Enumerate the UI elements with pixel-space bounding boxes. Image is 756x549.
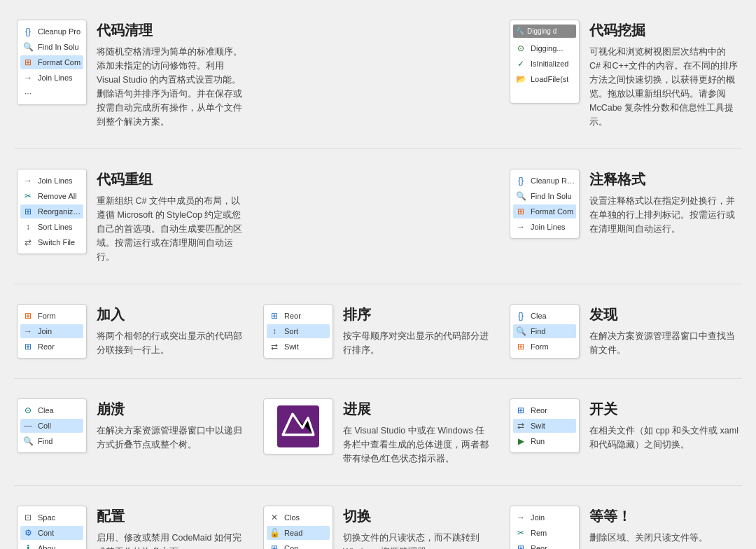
readonly-icon: 🔓 <box>268 527 281 539</box>
mining-title: 代码挖掘 <box>589 20 739 41</box>
icon-row-sort1: ⊞ Reor <box>267 309 330 323</box>
form2-icon: ⊞ <box>514 340 527 353</box>
com-label1: Cleanup Rec <box>531 175 575 187</box>
spac-icon: ⊡ <box>22 511 34 524</box>
icon-row-col1: ⊙ Clea <box>20 403 83 417</box>
find-content: 发现 在解决方案资源管理器窗口中查找当前文件。 <box>589 304 739 357</box>
icon-row-sw1: ⊞ Reor <box>513 403 576 417</box>
join-label2: Join <box>38 326 52 338</box>
clea-icon: {} <box>514 310 527 322</box>
join-label1: Form <box>38 310 56 322</box>
cleanup-label4: Join Lines <box>38 72 73 84</box>
loadfile-icon: 📂 <box>514 73 527 85</box>
reorganize-icon-box: → Join Lines ✂ Remove All ⊞ Reorganize R… <box>17 169 87 254</box>
find-icon-box: {} Clea 🔍 Find ⊞ Form <box>510 304 580 359</box>
find-icon: 🔍 <box>22 41 34 53</box>
icon-row-cfg3: ℹ Abou <box>20 541 83 549</box>
progress-desc: 在 Visual Studio 中或在 Windows 任务栏中查看生成的总体进… <box>343 424 493 466</box>
icon-row-etc3: ⊞ Reor <box>513 541 576 549</box>
cleanup-label2: Find In Solu <box>38 41 79 53</box>
icon-row-join3: ⊞ Reor <box>20 340 83 354</box>
feature-mining: 🔧 Digging d ⊙ Digging... ✓ IsInitialized… <box>507 14 742 134</box>
mining-icon-box: 🔧 Digging d ⊙ Digging... ✓ IsInitialized… <box>510 20 580 104</box>
comments-icon-box: {} Cleanup Rec 🔍 Find In Solu ⊞ Format C… <box>510 169 580 239</box>
find3-icon: 🔍 <box>22 435 34 447</box>
feature-progress: 进展 在 Visual Studio 中或在 Windows 任务栏中查看生成的… <box>260 393 496 471</box>
find-title: 发现 <box>589 304 739 325</box>
etc-label3: Reor <box>531 543 547 549</box>
icon-row-col2: — Coll <box>20 419 83 433</box>
mining-header-label: Digging d <box>527 26 556 36</box>
vs-icon <box>277 405 319 447</box>
feature-collapse: ⊙ Clea — Coll 🔍 Find 崩溃 在解决方案资源管理器窗口中以递归… <box>14 393 249 471</box>
icon-row-cfg1: ⊡ Spac <box>20 510 83 524</box>
reor4-icon: ⊞ <box>514 542 527 549</box>
progress-content: 进展 在 Visual Studio 中或在 Windows 任务栏中查看生成的… <box>343 398 493 466</box>
icon-row-cleanup4: → Join Lines <box>20 71 83 85</box>
icon-row-find3: ⊞ Form <box>513 340 576 354</box>
feature-config: ⊡ Spac ⚙ Cont ℹ Abou 配置 启用、修改或禁用 CodeMai… <box>14 500 249 549</box>
icon-row-mining1: ⊙ Digging... <box>513 41 576 55</box>
switch-icon-box: ⊞ Reor ⇄ Swit ▶ Run <box>510 398 580 453</box>
etc-label2: Rem <box>531 527 547 539</box>
isInit-icon: ✓ <box>514 57 527 70</box>
toggle-title: 切换 <box>343 506 493 527</box>
switch-content: 开关 在相关文件（如 cpp 和头文件或 xaml 和代码隐藏）之间切换。 <box>589 398 739 452</box>
mining-label3: LoadFile(st <box>531 74 568 85</box>
feature-reorganize: → Join Lines ✂ Remove All ⊞ Reorganize R… <box>14 163 249 270</box>
icon-row-reorg3: ⊞ Reorganize R <box>20 204 83 218</box>
feature-sort: ⊞ Reor ↕ Sort ⇄ Swit 排序 按字母顺序对突出显示的代码部分进… <box>260 298 496 364</box>
icon-row-com4: → Join Lines <box>513 220 576 234</box>
com-label3: Format Com <box>531 206 573 218</box>
switchfile-icon: ⇄ <box>22 236 34 249</box>
reor-icon: ⊞ <box>22 340 34 353</box>
sort-label1: Reor <box>284 310 301 322</box>
icon-row-sort2: ↕ Sort <box>267 324 330 338</box>
com-label2: Find In Solu <box>531 190 572 202</box>
icon-row-cleanup5: ··· <box>20 86 83 100</box>
sort-icon-box: ⊞ Reor ↕ Sort ⇄ Swit <box>263 304 333 359</box>
config-desc: 启用、修改或禁用 CodeMaid 如何完成其工作的许多方面。 <box>97 531 246 549</box>
reorg-label2: Remove All <box>38 190 77 202</box>
config-content: 配置 启用、修改或禁用 CodeMaid 如何完成其工作的许多方面。 <box>97 506 246 549</box>
mining-header-icon: 🔧 <box>516 26 524 36</box>
sw-label3: Run <box>531 436 545 447</box>
icon-row-sw3: ▶ Run <box>513 434 576 448</box>
collapse-icon-box: ⊙ Clea — Coll 🔍 Find <box>17 398 87 453</box>
mining-label1: Digging... <box>531 43 563 55</box>
etc-icon-box: → Join ✂ Rem ⊞ Reor <box>510 506 580 549</box>
sort-title: 排序 <box>343 304 493 325</box>
reorg-label1: Join Lines <box>38 175 73 187</box>
format-icon: ⊞ <box>22 56 34 69</box>
removeall-icon: ✂ <box>22 190 34 202</box>
icon-row-find2: 🔍 Find <box>513 324 576 338</box>
icon-row-reorg2: ✂ Remove All <box>20 189 83 203</box>
etc-title: 等等！ <box>589 506 739 527</box>
sw-label2: Swit <box>531 420 545 432</box>
cleanup-title: 代码清理 <box>97 20 246 41</box>
icon-row-join2: → Join <box>20 324 83 338</box>
svg-rect-0 <box>277 405 319 447</box>
close-icon: ✕ <box>268 511 281 524</box>
cfg-label3: Abou <box>38 543 56 549</box>
join3-icon: → <box>514 511 527 524</box>
icon-row-mining2: ✓ IsInitialized <box>513 57 576 71</box>
cfg-label1: Spac <box>38 512 55 524</box>
join-content: 加入 将两个相邻的行或突出显示的代码部分联接到一行上。 <box>97 304 246 357</box>
icon-row-col3: 🔍 Find <box>20 434 83 448</box>
toggle-icon-box: ✕ Clos 🔓 Read ⊞ Con <box>263 506 333 549</box>
formatcom-icon: ⊞ <box>514 205 527 218</box>
toggle-desc: 切换文件的只读状态，而不跳转到 Windows 资源管理器。 <box>343 531 493 549</box>
find-label1: Clea <box>531 310 547 322</box>
cleanup-label1: Cleanup Pro <box>38 26 80 38</box>
collapse-desc: 在解决方案资源管理器窗口中以递归方式折叠节点或整个树。 <box>97 424 246 452</box>
col-label2: Coll <box>38 420 51 432</box>
digging-icon: ⊙ <box>514 42 527 55</box>
comments-content: 注释格式 设置注释格式以在指定列处换行，并在单独的行上排列标记。按需运行或在清理… <box>589 169 739 236</box>
cleanup-icon-box: {} Cleanup Pro 🔍 Find In Solu ⊞ Format C… <box>17 20 87 105</box>
form-icon: ⊞ <box>22 310 34 322</box>
reor2-icon: ⊞ <box>268 310 281 322</box>
mining-desc: 可视化和浏览树视图层次结构中的 C# 和C++文件的内容。在不同的排序方法之间快… <box>589 45 739 129</box>
join-desc: 将两个相邻的行或突出显示的代码部分联接到一行上。 <box>97 329 246 357</box>
reorganize-desc: 重新组织 C# 文件中成员的布局，以遵循 Microsoft 的 StyleCo… <box>97 194 246 264</box>
